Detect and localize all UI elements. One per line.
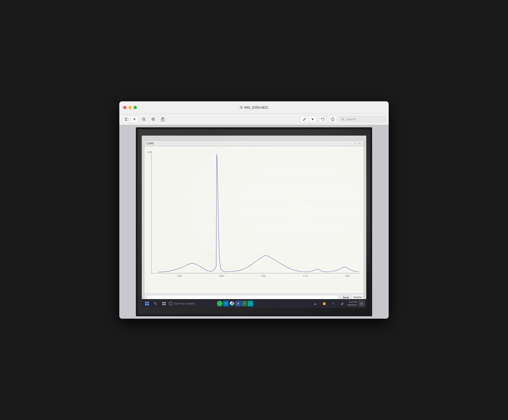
taskbar-spotify-icon[interactable]: ♪ (217, 301, 223, 306)
mac-window: 🖼 IMG_9259.HEIC ▾ (119, 101, 389, 319)
svg-line-4 (145, 120, 145, 121)
svg-rect-37 (147, 304, 149, 305)
windows-screen: COM5 − □ ✕ 4.01 (142, 136, 366, 308)
close-button[interactable] (123, 106, 127, 109)
svg-rect-1 (127, 118, 128, 121)
taskbar-search-text: Type here to search (174, 302, 195, 305)
taskbar-wifi-icon[interactable]: ⊙ (329, 300, 337, 307)
chevron-down-icon: ▾ (134, 117, 135, 121)
svg-line-39 (156, 304, 157, 305)
share-button[interactable] (158, 116, 167, 123)
taskbar-arduino-icon[interactable]: ⬡ (248, 301, 253, 306)
svg-rect-0 (125, 118, 126, 121)
rotate-button[interactable] (319, 116, 327, 123)
svg-line-11 (303, 120, 303, 121)
win-restore-icon[interactable]: □ (353, 141, 357, 145)
photo-container: COM5 − □ ✕ 4.01 (136, 127, 372, 316)
taskbar-time-display: 2:42 PM (347, 301, 357, 303)
svg-point-14 (332, 118, 333, 119)
edit-tools-group: ▾ (300, 116, 317, 123)
maximize-button[interactable] (134, 106, 137, 109)
taskbar-taskview-icon[interactable] (160, 300, 168, 307)
content-area: COM5 − □ ✕ 4.01 (119, 125, 389, 319)
svg-point-38 (154, 302, 156, 304)
arduino-chart-area: 4.01 (144, 146, 364, 294)
svg-text:1641: 1641 (261, 274, 266, 277)
pencil-button[interactable] (300, 116, 309, 123)
com-label: COM5 (146, 142, 154, 145)
svg-rect-42 (162, 304, 164, 305)
win-minimize-icon[interactable]: − (349, 141, 352, 145)
chart-background: 4.01 (144, 146, 364, 294)
svg-rect-40 (162, 302, 164, 303)
taskbar-search-circle (169, 302, 172, 305)
file-type-icon: 🖼 (239, 106, 243, 109)
taskbar-outlook-icon[interactable]: O (223, 301, 229, 306)
taskbar-word-icon[interactable]: W (235, 301, 241, 306)
minimize-button[interactable] (128, 106, 132, 109)
window-title-area: 🖼 IMG_9259.HEIC (239, 106, 269, 109)
svg-text:1491: 1491 (177, 274, 182, 277)
taskbar-network-icon[interactable]: 📶 (320, 300, 328, 307)
windows-start-icon[interactable] (143, 300, 151, 307)
search-bar[interactable]: 🔍 (339, 116, 386, 122)
taskbar-clock: 2:42 PM 4/20/2022 (347, 301, 357, 306)
svg-text:1741: 1741 (303, 274, 308, 277)
toolbar: ▾ (119, 114, 389, 125)
serial-plotter-chart: 1491 1541 1641 1741 1841 (144, 146, 364, 294)
svg-line-8 (154, 120, 155, 121)
search-icon: 🔍 (341, 118, 345, 121)
zoom-in-button[interactable] (149, 116, 157, 123)
taskbar-system-tray: ☁ 📶 ⊙ 🔊 2:42 PM 4/20/2022 10 (311, 300, 365, 307)
taskbar-search-icon[interactable] (152, 300, 159, 307)
taskbar-date-display: 4/20/2022 (347, 303, 357, 307)
arduino-window: COM5 − □ ✕ 4.01 (144, 140, 364, 301)
win-close-icon[interactable]: ✕ (358, 141, 362, 145)
traffic-lights (123, 106, 137, 109)
chevron-down-icon: ▾ (312, 117, 314, 121)
svg-rect-43 (164, 304, 166, 305)
newline-label: Newline (353, 296, 362, 299)
search-input[interactable] (346, 118, 383, 121)
svg-point-45 (231, 302, 233, 304)
svg-rect-36 (145, 304, 147, 305)
svg-rect-34 (145, 302, 147, 303)
toolbar-right: ▾ 🔍 (300, 116, 386, 123)
zoom-out-button[interactable] (140, 116, 148, 123)
arduino-titlebar: COM5 − □ ✕ (144, 140, 364, 146)
title-bar: 🖼 IMG_9259.HEIC (119, 101, 389, 114)
window-title: IMG_9259.HEIC (244, 106, 269, 109)
sidebar-toggle-button[interactable] (122, 116, 130, 123)
taskbar-volume-icon[interactable]: 🔊 (338, 300, 346, 307)
pencil-chevron-button[interactable]: ▾ (309, 116, 317, 123)
info-button[interactable] (329, 116, 337, 123)
arduino-window-controls: − □ ✕ (349, 141, 362, 145)
taskbar-notification-badge[interactable]: 10 (358, 300, 365, 307)
taskbar-cloud-icon[interactable]: ☁ (311, 300, 319, 307)
svg-text:1841: 1841 (345, 274, 350, 277)
svg-text:1541: 1541 (219, 274, 224, 277)
taskbar-excel-icon[interactable]: X (241, 301, 247, 306)
svg-rect-35 (147, 302, 149, 303)
taskbar-app-icons: ♪ O W X ⬡ (217, 301, 253, 306)
sidebar-chevron-button[interactable]: ▾ (130, 116, 138, 123)
windows-taskbar: Type here to search ♪ O (142, 299, 366, 308)
sidebar-zoom-group: ▾ (122, 116, 139, 123)
taskbar-search-area[interactable]: Type here to search (169, 302, 216, 305)
svg-rect-41 (164, 302, 166, 303)
y-axis-label: 4.01 (148, 151, 152, 153)
taskbar-chrome-icon[interactable] (229, 301, 235, 306)
